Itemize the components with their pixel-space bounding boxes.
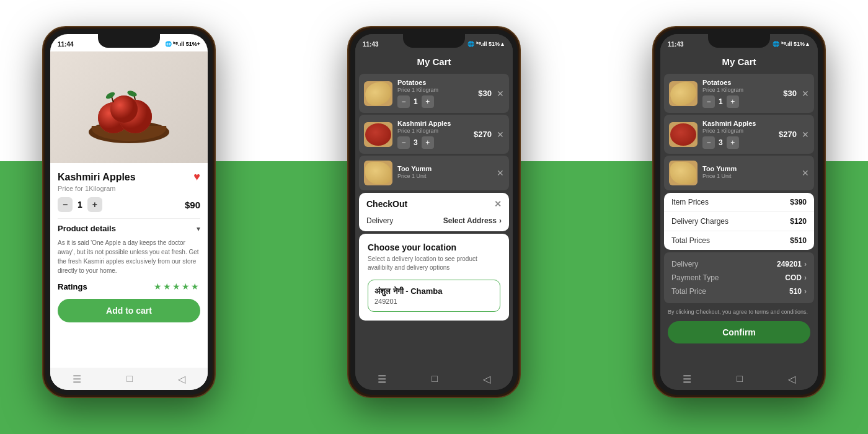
select-address-btn[interactable]: Select Address › (443, 216, 502, 225)
apples-price: $270 (474, 130, 492, 139)
apples-qty: 3 (414, 138, 418, 147)
apples-sub: Price 1 Kilogram (397, 128, 469, 134)
apples-img (364, 122, 392, 147)
home-icon-3[interactable]: □ (737, 373, 743, 384)
checkout-close[interactable]: ✕ (494, 199, 502, 209)
cart-header-2: My Cart (355, 51, 513, 72)
qty-control-1: − 1 + (58, 197, 102, 212)
product-info: Kashmiri Apples ♥ Price for 1Kilogram − … (50, 163, 208, 330)
potatoes-increment-3[interactable]: + (727, 95, 739, 108)
address-name-hindi: अंशुल नेगी - Chamba (374, 286, 494, 296)
checkout-section: CheckOut ✕ Delivery Select Address › (359, 193, 509, 231)
apples-decrement-3[interactable]: − (702, 136, 715, 149)
terms-text: By clicking Checkout, you agree to terms… (660, 305, 818, 319)
location-modal: Choose your location Select a delivery l… (359, 234, 509, 321)
apples-remove[interactable]: ✕ (497, 130, 504, 140)
apples-increment-3[interactable]: + (727, 136, 739, 149)
qty-num-1: 1 (78, 200, 82, 210)
menu-icon-1[interactable]: ☰ (73, 373, 81, 385)
cart-item-potatoes: Potatoes Price 1 Kilogram − 1 + $30 ✕ (359, 74, 509, 113)
cart-item-tooyumm: Too Yumm Price 1 Unit ✕ (359, 156, 509, 190)
location-title: Choose your location (368, 242, 500, 252)
potatoes-qty: 1 (414, 97, 418, 106)
potatoes-sub-3: Price 1 Kilogram (702, 87, 778, 93)
payment-type-label: Payment Type (671, 273, 719, 282)
menu-icon-2[interactable]: ☰ (378, 373, 386, 385)
potatoes-price: $30 (478, 89, 492, 98)
potatoes-qty-3: 1 (719, 97, 723, 106)
potatoes-price-3: $30 (783, 89, 797, 98)
delivery-info-row: Delivery 249201 › (671, 257, 807, 271)
tooyumm-img-3 (669, 161, 698, 185)
chevron-down-icon[interactable]: ▾ (197, 224, 200, 233)
cart-item-potatoes-3: Potatoes Price 1 Kilogram − 1 + $30 ✕ (664, 74, 814, 113)
potatoes-decrement-3[interactable]: − (702, 95, 715, 108)
total-prices-row: Total Prices $510 (664, 231, 814, 250)
price-summary: Item Prices $390 Delivery Charges $120 T… (664, 193, 814, 250)
payment-chevron: › (804, 273, 807, 282)
back-icon-1[interactable]: ◁ (178, 373, 185, 385)
svg-point-6 (110, 95, 138, 123)
delivery-label: Delivery (366, 216, 393, 225)
apples-remove-3[interactable]: ✕ (802, 130, 809, 140)
menu-icon-3[interactable]: ☰ (683, 373, 691, 385)
apples-img-3 (669, 122, 698, 147)
total-chevron: › (804, 287, 807, 296)
delivery-info-value[interactable]: 249201 › (777, 260, 807, 268)
total-price-value[interactable]: 510 › (789, 287, 807, 296)
cart-item-apples: Kashmiri Apples Price 1 Kilogram − 3 + $… (359, 115, 509, 154)
apples-decrement[interactable]: − (397, 136, 410, 149)
apples-name-3: Kashmiri Apples (702, 120, 774, 127)
potatoes-decrement[interactable]: − (397, 95, 410, 108)
address-card[interactable]: अंशुल नेगी - Chamba 249201 (368, 280, 500, 312)
product-image (50, 51, 208, 163)
apples-increment[interactable]: + (422, 136, 434, 149)
ratings-stars: ★★★★★ (154, 281, 200, 291)
add-to-cart-button[interactable]: Add to cart (58, 299, 200, 322)
confirm-button[interactable]: Confirm (668, 321, 810, 343)
tooyumm-img (364, 161, 392, 185)
total-prices-value: $510 (790, 236, 807, 245)
address-pincode: 249201 (374, 298, 494, 305)
product-details-label: Product details (58, 224, 116, 233)
svg-line-7 (112, 97, 113, 102)
potatoes-remove-3[interactable]: ✕ (802, 89, 809, 99)
tooyumm-remove[interactable]: ✕ (497, 168, 504, 178)
tooyumm-remove-3[interactable]: ✕ (802, 168, 809, 178)
potatoes-remove[interactable]: ✕ (497, 89, 504, 99)
chevron-right-icon: › (499, 216, 502, 225)
status-icons-1: 🌐 ᵇᵍ.ıll 51%+ (165, 41, 200, 47)
cart-item-tooyumm-3: Too Yumm Price 1 Unit ✕ (664, 156, 814, 190)
back-icon-2[interactable]: ◁ (483, 373, 490, 385)
checkout-label: CheckOut (366, 199, 407, 209)
increment-btn-1[interactable]: + (87, 197, 102, 212)
delivery-info-label: Delivery (671, 260, 698, 268)
product-subtitle: Price for 1Kilogram (58, 185, 200, 192)
tooyumm-name-3: Too Yumm (702, 165, 797, 172)
delivery-chevron: › (804, 260, 807, 268)
potatoes-name-3: Potatoes (702, 79, 778, 86)
payment-type-value[interactable]: COD › (785, 273, 807, 282)
time-3: 11:43 (668, 41, 684, 48)
bottom-nav-2: ☰ □ ◁ (355, 368, 513, 390)
home-icon-1[interactable]: □ (126, 373, 133, 384)
apples-sub-3: Price 1 Kilogram (702, 128, 774, 134)
potatoes-increment[interactable]: + (422, 95, 434, 108)
payment-type-row: Payment Type COD › (671, 271, 807, 285)
bottom-nav-1: ☰ □ ◁ (50, 368, 208, 390)
home-icon-2[interactable]: □ (432, 373, 438, 384)
notch-3 (708, 34, 770, 48)
heart-icon[interactable]: ♥ (193, 170, 200, 184)
svg-point-9 (105, 91, 116, 100)
checkout-info-section: Delivery 249201 › Payment Type COD › Tot… (664, 252, 814, 303)
phone-3: 11:43 🌐 ᵇᵍ.ıll 51%▲ My Cart Potatoes Pri… (652, 26, 826, 398)
item-prices-row: Item Prices $390 (664, 193, 814, 212)
time-2: 11:43 (363, 41, 379, 48)
decrement-btn-1[interactable]: − (58, 197, 73, 212)
delivery-charges-value: $120 (790, 217, 807, 226)
time-1: 11:44 (58, 41, 74, 48)
potatoes-img (364, 81, 392, 106)
back-icon-3[interactable]: ◁ (788, 373, 795, 385)
apples-name: Kashmiri Apples (397, 120, 469, 127)
product-description: As it is said 'One Apple a day keeps the… (58, 238, 200, 275)
